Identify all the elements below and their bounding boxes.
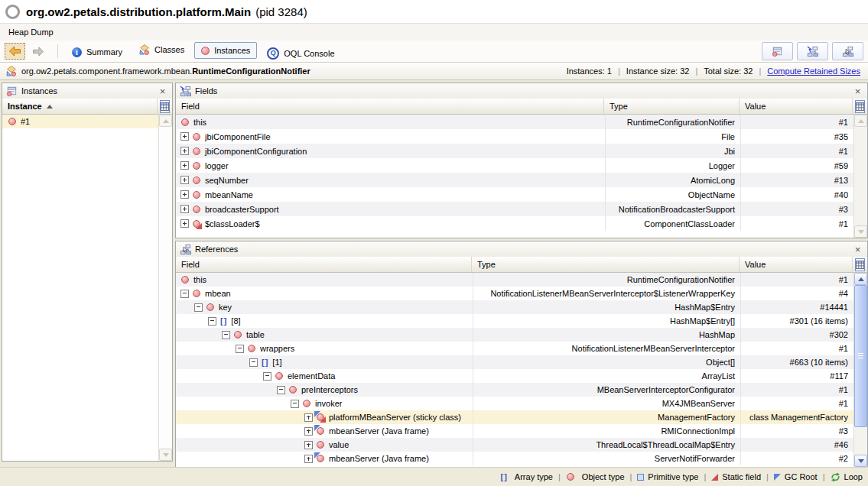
tab-heap-dump[interactable]: Heap Dump bbox=[8, 28, 54, 37]
classes-button[interactable]: Classes bbox=[132, 41, 191, 58]
tree-expander-minus-icon[interactable] bbox=[236, 345, 244, 353]
instance-row[interactable]: #1 bbox=[2, 115, 158, 128]
table-row[interactable]: jbiComponentConfigurationJbi#1 bbox=[176, 144, 853, 158]
column-header-field[interactable]: Field bbox=[176, 257, 472, 272]
legend-label: Array type bbox=[515, 472, 553, 481]
legend-label: Primitive type bbox=[648, 472, 698, 481]
tree-expander-plus-icon[interactable] bbox=[304, 441, 313, 449]
value-cell: #59 bbox=[740, 158, 853, 173]
close-icon[interactable] bbox=[157, 86, 168, 96]
tree-expander-minus-icon[interactable] bbox=[222, 331, 230, 339]
column-header-value[interactable]: Value bbox=[740, 257, 853, 272]
fields-view-icon bbox=[180, 86, 191, 97]
table-row[interactable]: preInterceptorsMBeanServerInterceptorCon… bbox=[176, 383, 853, 397]
table-row[interactable]: $classLoader$ComponentClassLoader#1 bbox=[176, 216, 853, 231]
tree-expander-plus-icon[interactable] bbox=[180, 176, 189, 184]
tree-expander-plus-icon[interactable] bbox=[304, 427, 313, 436]
scrollbar-track[interactable] bbox=[159, 127, 172, 449]
tree-expander-minus-icon[interactable] bbox=[291, 400, 299, 408]
field-name: mbeanName bbox=[205, 190, 253, 199]
scrollbar-track[interactable] bbox=[854, 285, 867, 455]
table-row[interactable]: platformMBeanServer (sticky class)Manage… bbox=[176, 410, 853, 424]
scrollbar-track[interactable] bbox=[854, 127, 867, 225]
table-row[interactable]: elementDataArrayList#117 bbox=[176, 369, 853, 383]
column-selector-button[interactable] bbox=[160, 100, 170, 113]
fields-column-header: Field Type Value bbox=[176, 99, 867, 115]
tree-expander-plus-icon[interactable] bbox=[180, 190, 189, 199]
instances-scrollbar[interactable] bbox=[158, 115, 172, 461]
instances-column-header: Instance bbox=[2, 99, 172, 115]
tree-expander-plus-icon[interactable] bbox=[180, 132, 189, 141]
field-name: jbiComponentFile bbox=[205, 132, 271, 141]
summary-button[interactable]: iSummary bbox=[65, 44, 129, 60]
tree-expander-minus-icon[interactable] bbox=[208, 317, 216, 326]
scrollbar-down-button[interactable] bbox=[854, 225, 867, 238]
table-row[interactable]: wrappersNotificationListenerMBeanServerI… bbox=[176, 342, 853, 355]
table-row[interactable]: mbeanServer (Java frame)ServerNotifForwa… bbox=[176, 452, 853, 465]
tree-expander-minus-icon[interactable] bbox=[194, 303, 203, 312]
tree-expander-plus-icon[interactable] bbox=[180, 219, 189, 228]
table-row[interactable]: invokerMX4JMBeanServer#1 bbox=[176, 397, 853, 410]
close-icon[interactable] bbox=[852, 245, 863, 254]
scrollbar-down-button[interactable] bbox=[854, 455, 867, 467]
tree-expander-minus-icon[interactable] bbox=[263, 372, 271, 381]
type-cell: MX4JMBeanServer bbox=[473, 397, 740, 410]
table-row[interactable]: loggerLogger#59 bbox=[176, 158, 853, 173]
references-panel-titlebar: References bbox=[176, 241, 867, 258]
toggle-references-view-button[interactable] bbox=[832, 42, 863, 60]
scrollbar-down-button[interactable] bbox=[159, 449, 172, 461]
table-row[interactable]: jbiComponentFileFile#35 bbox=[176, 129, 853, 144]
tree-expander-minus-icon[interactable] bbox=[180, 290, 189, 298]
references-scrollbar[interactable] bbox=[853, 273, 867, 467]
fields-scrollbar[interactable] bbox=[853, 115, 867, 238]
scrollbar-thumb[interactable] bbox=[854, 285, 867, 427]
column-header-value[interactable]: Value bbox=[740, 99, 853, 114]
field-name: preInterceptors bbox=[301, 385, 358, 394]
tree-expander-minus-icon[interactable] bbox=[277, 386, 285, 394]
scrollbar-up-button[interactable] bbox=[854, 273, 867, 285]
tree-expander-plus-icon[interactable] bbox=[180, 205, 189, 213]
legend-item: Object type bbox=[566, 472, 625, 481]
table-row[interactable]: [][8]HashMap$Entry[]#301 (16 items) bbox=[176, 314, 853, 328]
instances-button[interactable]: Instances bbox=[194, 42, 257, 59]
tree-expander-plus-icon[interactable] bbox=[180, 161, 189, 170]
table-row[interactable]: thisRuntimeConfigurationNotifier#1 bbox=[176, 273, 853, 287]
oql-console-button[interactable]: QOQL Console bbox=[260, 45, 341, 62]
column-header-type[interactable]: Type bbox=[604, 99, 740, 114]
table-row[interactable]: keyHashMap$Entry#14441 bbox=[176, 300, 853, 314]
field-name: broadcasterSupport bbox=[205, 205, 279, 214]
table-row[interactable]: broadcasterSupportNotificationBroadcaste… bbox=[176, 202, 853, 216]
compute-retained-sizes-link[interactable]: Compute Retained Sizes bbox=[767, 66, 860, 76]
primitive-type-icon bbox=[637, 474, 644, 481]
back-button[interactable] bbox=[5, 43, 25, 60]
table-row[interactable]: valueThreadLocal$ThreadLocalMap$Entry#46 bbox=[176, 438, 853, 452]
forward-button[interactable] bbox=[28, 43, 48, 60]
fields-panel-titlebar: Fields bbox=[176, 83, 867, 99]
column-selector-button[interactable] bbox=[855, 100, 865, 113]
tree-expander-plus-icon[interactable] bbox=[304, 413, 313, 422]
column-header-instance[interactable]: Instance bbox=[2, 99, 158, 114]
column-header-type[interactable]: Type bbox=[472, 257, 740, 272]
references-view-icon bbox=[842, 46, 853, 57]
scrollbar-up-button[interactable] bbox=[159, 115, 172, 127]
table-row[interactable]: [][1]Object[]#663 (10 items) bbox=[176, 355, 853, 369]
table-row[interactable]: mbeanNameObjectName#40 bbox=[176, 187, 853, 202]
legend-item: Primitive type bbox=[637, 472, 698, 481]
tree-expander-minus-icon[interactable] bbox=[249, 358, 258, 367]
table-row[interactable]: tableHashMap#302 bbox=[176, 328, 853, 342]
object-icon bbox=[193, 191, 200, 199]
scrollbar-up-button[interactable] bbox=[854, 115, 867, 127]
tree-expander-plus-icon[interactable] bbox=[304, 455, 313, 463]
column-selector-button[interactable] bbox=[855, 258, 865, 271]
toggle-instances-view-button[interactable] bbox=[762, 42, 793, 60]
value-cell: #302 bbox=[740, 328, 853, 342]
table-row[interactable]: seqNumberAtomicLong#13 bbox=[176, 173, 853, 187]
column-header-field[interactable]: Field bbox=[176, 99, 604, 114]
table-row[interactable]: mbeanNotificationListenerMBeanServerInte… bbox=[176, 287, 853, 300]
toggle-fields-view-button[interactable] bbox=[797, 42, 828, 60]
table-row[interactable]: mbeanServer (Java frame)RMIConnectionImp… bbox=[176, 424, 853, 438]
close-icon[interactable] bbox=[852, 86, 863, 96]
table-row[interactable]: thisRuntimeConfigurationNotifier#1 bbox=[176, 115, 853, 129]
fields-view-icon bbox=[807, 46, 818, 57]
tree-expander-plus-icon[interactable] bbox=[180, 147, 189, 155]
